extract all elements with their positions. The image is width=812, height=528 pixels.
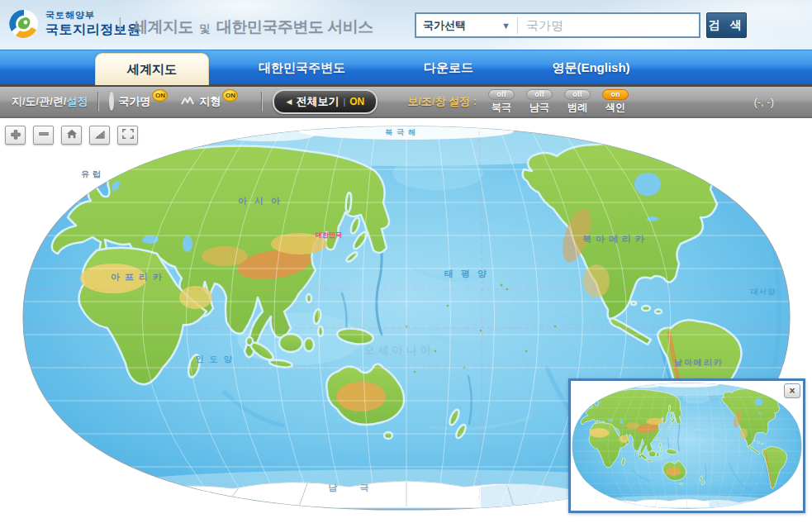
aux-settings-label: 보/조/창 설정 : <box>407 94 477 109</box>
toggle-state-pill: off <box>564 89 591 100</box>
home-button[interactable] <box>61 126 82 145</box>
toggle-state-pill: off <box>488 89 515 100</box>
title-rest: 대한민국주변도 서비스 <box>216 18 373 36</box>
tab-영문(English)[interactable]: 영문(English) <box>502 50 680 85</box>
zoom-in-button[interactable] <box>5 126 26 145</box>
header: 국토해양부 국토지리정보원 | 세계지도 및 대한민국주변도 서비스 국가선택 … <box>0 0 812 50</box>
toolbar-divider <box>97 92 99 112</box>
on-badge: ON <box>152 89 168 102</box>
fullscreen-button[interactable] <box>117 126 138 145</box>
layer-toggle-group: 국가명ON지형ON <box>109 94 251 109</box>
measure-button[interactable] <box>89 126 110 145</box>
overview-minimap-canvas <box>571 381 803 511</box>
overview-minimap[interactable]: × <box>568 378 805 513</box>
logo-agency: 국토지리정보원 <box>45 21 141 39</box>
search-button[interactable]: 검 색 <box>706 12 747 38</box>
show-all-button[interactable]: ◀ 전체보기 | ON <box>273 89 378 114</box>
tab-세계지도[interactable]: 세계지도 <box>95 53 209 85</box>
terrain-mountain-icon <box>181 94 195 109</box>
zoom-out-button[interactable] <box>33 126 54 145</box>
plus-icon <box>9 128 22 142</box>
main-nav-tabbar: 세계지도대한민국주변도다운로드영문(English) <box>0 50 812 87</box>
tab-대한민국주변도[interactable]: 대한민국주변도 <box>209 50 395 85</box>
chevron-down-icon: ▼ <box>501 21 510 31</box>
on-badge: ON <box>222 89 238 102</box>
show-all-state: ON <box>349 96 364 107</box>
header-divider: | <box>118 15 122 32</box>
tab-다운로드[interactable]: 다운로드 <box>395 50 502 85</box>
aux-toggle-북극[interactable]: off북극 <box>488 89 515 115</box>
aux-toggle-범례[interactable]: off범례 <box>564 89 591 115</box>
minus-icon <box>37 128 50 142</box>
search-field: 국가선택 ▼ <box>415 12 700 38</box>
country-name-input[interactable] <box>518 18 699 32</box>
minimap-close-button[interactable]: × <box>784 383 800 398</box>
aux-window-settings: 보/조/창 설정 : off북극off남극off범례on색인 <box>407 89 629 115</box>
title-main: 세계지도 <box>132 18 193 36</box>
toggle-state-pill: off <box>526 89 553 100</box>
agency-logo-icon <box>8 8 40 40</box>
title-mid: 및 <box>199 22 210 35</box>
aux-toggle-남극[interactable]: off남극 <box>526 89 553 115</box>
layer-toggle-국가명[interactable]: 국가명ON <box>109 94 168 109</box>
aux-toggle-색인[interactable]: on색인 <box>602 89 629 115</box>
home-icon <box>65 128 78 142</box>
world-map-service-page: 국토해양부 국토지리정보원 | 세계지도 및 대한민국주변도 서비스 국가선택 … <box>0 0 812 528</box>
map-area: 북극해유럽아시아대한민국아프리카태평양대서양인도양오세아니아북아메리카남아메리카… <box>0 118 812 528</box>
left-arrow-icon: ◀ <box>286 98 292 106</box>
toolbar-divider <box>261 92 263 112</box>
map-toolbar: 지/도/관/련/설정 국가명ON지형ON ◀ 전체보기 | ON 보/조/창 설… <box>0 87 812 118</box>
page-title: 세계지도 및 대한민국주변도 서비스 <box>132 17 373 38</box>
ruler-icon <box>93 128 107 142</box>
logo-ministry: 국토해양부 <box>45 9 141 21</box>
country-select[interactable]: 국가선택 ▼ <box>416 14 517 36</box>
map-settings-label: 지/도/관/련/설정 <box>12 94 88 109</box>
expand-icon <box>121 128 135 142</box>
aux-toggle-group: off북극off남극off범례on색인 <box>488 89 629 115</box>
toggle-state-pill: on <box>602 89 629 100</box>
layer-toggle-지형[interactable]: 지형ON <box>181 94 238 109</box>
country-name-radio-icon <box>109 94 114 109</box>
country-search-bar: 국가선택 ▼ 검 색 <box>415 12 747 38</box>
cursor-coordinates: (-, -) <box>753 96 774 108</box>
country-select-value: 국가선택 <box>423 18 501 33</box>
